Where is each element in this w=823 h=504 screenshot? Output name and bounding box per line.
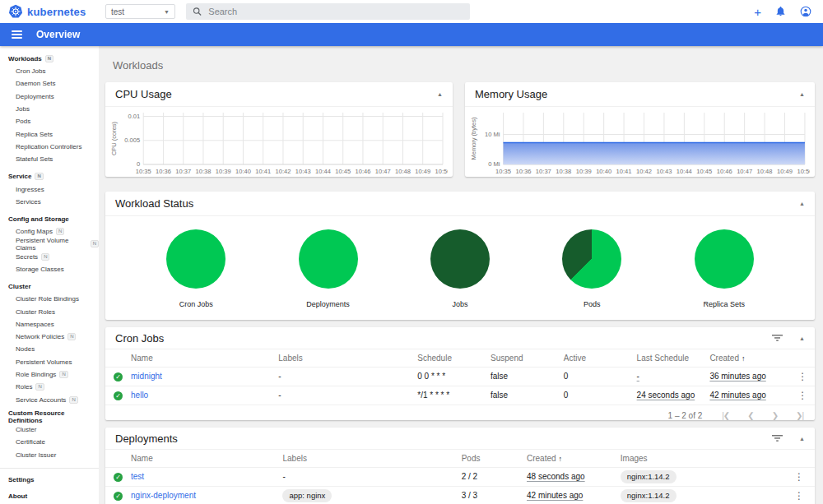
sidebar-item-deployments[interactable]: Deployments bbox=[0, 90, 99, 103]
namespace-selector[interactable]: test ▼ bbox=[105, 4, 175, 19]
kebab-menu-icon[interactable]: ⋮ bbox=[783, 490, 815, 502]
sidebar-item-ingresses[interactable]: Ingresses bbox=[0, 183, 99, 195]
cron-jobs-title: Cron Jobs bbox=[115, 332, 164, 344]
main-content: Workloads CPU Usage ▲ 10:3510:3610:3710:… bbox=[99, 46, 823, 504]
workload-pie-replica-sets: Replica Sets bbox=[675, 229, 774, 308]
column-header-images[interactable]: Images bbox=[621, 450, 783, 467]
sidebar-item-daemon-sets[interactable]: Daemon Sets bbox=[0, 77, 99, 90]
sidebar-item-cluster-issuer[interactable]: Cluster Issuer bbox=[0, 448, 99, 460]
resource-link[interactable]: nginx-deployment bbox=[131, 491, 196, 500]
sidebar-section-label: Cluster bbox=[8, 283, 31, 290]
collapse-icon[interactable]: ▲ bbox=[799, 201, 805, 206]
collapse-icon[interactable]: ▲ bbox=[799, 436, 805, 442]
sidebar-item-certificate[interactable]: Certificate bbox=[0, 436, 99, 448]
namespaced-badge: N bbox=[91, 240, 99, 247]
sidebar-section-workloads[interactable]: WorkloadsN bbox=[0, 53, 99, 65]
check-circle-icon: ✓ bbox=[114, 473, 123, 482]
sidebar-item-role-bindings[interactable]: Role BindingsN bbox=[0, 368, 99, 381]
column-header-pods[interactable]: Pods bbox=[462, 450, 527, 467]
sidebar-item-cluster-roles[interactable]: Cluster Roles bbox=[0, 305, 99, 317]
sidebar-item-label: Config Maps bbox=[16, 228, 53, 235]
pie-chart bbox=[695, 229, 754, 289]
sidebar-item-secrets[interactable]: SecretsN bbox=[0, 251, 99, 263]
sidebar-item-network-policies[interactable]: Network PoliciesN bbox=[0, 331, 99, 343]
previous-page-icon[interactable]: ❮ bbox=[747, 411, 753, 420]
user-account-icon[interactable] bbox=[800, 6, 811, 17]
column-header-labels[interactable]: Labels bbox=[282, 450, 461, 467]
sidebar-item-cluster[interactable]: Cluster bbox=[0, 423, 99, 436]
svg-text:10:40: 10:40 bbox=[235, 168, 251, 175]
search-bar[interactable] bbox=[186, 3, 470, 20]
workload-pie-cron-jobs: Cron Jobs bbox=[146, 229, 245, 308]
sidebar-item-cron-jobs[interactable]: Cron Jobs bbox=[0, 65, 99, 77]
label-chip: app: nginx bbox=[282, 489, 332, 502]
sidebar-item-label: Stateful Sets bbox=[16, 155, 53, 163]
svg-text:10:46: 10:46 bbox=[717, 168, 732, 175]
sidebar-item-replication-controllers[interactable]: Replication Controllers bbox=[0, 141, 99, 153]
svg-text:10:48: 10:48 bbox=[757, 168, 773, 175]
sidebar-section-custom-resource-definitions[interactable]: Custom Resource Definitions bbox=[0, 411, 99, 423]
kebab-menu-icon[interactable]: ⋮ bbox=[791, 390, 815, 401]
notifications-bell-icon[interactable] bbox=[775, 6, 786, 17]
sidebar-section-service[interactable]: ServiceN bbox=[0, 170, 99, 183]
column-header-schedule[interactable]: Schedule bbox=[417, 349, 491, 367]
next-page-icon[interactable]: ❯ bbox=[772, 411, 778, 420]
kebab-menu-icon[interactable]: ⋮ bbox=[791, 371, 815, 382]
sidebar-item-nodes[interactable]: Nodes bbox=[0, 343, 99, 355]
sidebar-item-stateful-sets[interactable]: Stateful Sets bbox=[0, 153, 99, 165]
menu-icon[interactable] bbox=[12, 30, 22, 39]
sidebar-item-service-accounts[interactable]: Service AccountsN bbox=[0, 394, 99, 406]
resource-link[interactable]: test bbox=[131, 472, 144, 481]
sidebar-item-persistent-volume-claims[interactable]: Persistent Volume ClaimsN bbox=[0, 238, 99, 250]
filter-icon[interactable] bbox=[772, 434, 783, 442]
namespaced-badge: N bbox=[69, 396, 77, 404]
sidebar-item-roles[interactable]: RolesN bbox=[0, 381, 99, 393]
column-header-label: Name bbox=[131, 354, 153, 363]
sidebar-item-settings[interactable]: Settings bbox=[0, 472, 99, 488]
svg-text:10:42: 10:42 bbox=[636, 168, 652, 175]
sidebar-item-replica-sets[interactable]: Replica Sets bbox=[0, 127, 99, 140]
cell-text: 0 0 * * * bbox=[417, 372, 445, 381]
sidebar-item-persistent-volumes[interactable]: Persistent Volumes bbox=[0, 356, 99, 368]
cell-text: 0 bbox=[564, 391, 569, 400]
svg-text:10:45: 10:45 bbox=[696, 168, 712, 175]
column-header-suspend[interactable]: Suspend bbox=[491, 349, 564, 367]
svg-text:10:50: 10:50 bbox=[797, 168, 810, 175]
sidebar-item-services[interactable]: Services bbox=[0, 196, 99, 208]
resource-link[interactable]: midnight bbox=[131, 372, 162, 381]
sidebar-item-jobs[interactable]: Jobs bbox=[0, 103, 99, 115]
kubernetes-logo[interactable]: kubernetes bbox=[0, 4, 97, 19]
sidebar-section-config-and-storage[interactable]: Config and Storage bbox=[0, 213, 99, 225]
collapse-icon[interactable]: ▲ bbox=[799, 91, 805, 97]
column-header-label: Created bbox=[709, 354, 739, 363]
collapse-icon[interactable]: ▲ bbox=[437, 91, 443, 97]
kebab-menu-icon[interactable]: ⋮ bbox=[783, 471, 815, 483]
create-resource-icon[interactable]: + bbox=[754, 6, 761, 18]
column-header-created[interactable]: Created↑ bbox=[527, 450, 621, 467]
svg-text:10:42: 10:42 bbox=[276, 168, 291, 175]
sidebar-item-cluster-role-bindings[interactable]: Cluster Role Bindings bbox=[0, 293, 99, 305]
column-header-name[interactable]: Name bbox=[131, 349, 278, 367]
namespaced-badge: N bbox=[56, 228, 64, 235]
column-header-last-schedule[interactable]: Last Schedule bbox=[637, 349, 710, 367]
last-page-icon[interactable]: ❯| bbox=[796, 411, 803, 420]
column-header-created[interactable]: Created↑ bbox=[709, 349, 790, 367]
collapse-icon[interactable]: ▲ bbox=[799, 335, 805, 341]
column-header-labels[interactable]: Labels bbox=[278, 349, 417, 367]
filter-icon[interactable] bbox=[772, 334, 783, 342]
search-input[interactable] bbox=[208, 7, 463, 16]
first-page-icon[interactable]: |❮ bbox=[722, 411, 729, 420]
sidebar-section-cluster[interactable]: Cluster bbox=[0, 280, 99, 293]
sidebar-item-label: Replication Controllers bbox=[16, 143, 81, 150]
search-icon bbox=[193, 7, 202, 16]
svg-text:Memory (bytes): Memory (bytes) bbox=[470, 117, 477, 160]
column-header-name[interactable]: Name bbox=[131, 450, 282, 467]
sidebar-item-about[interactable]: About bbox=[0, 488, 99, 504]
sidebar-item-pods[interactable]: Pods bbox=[0, 115, 99, 127]
resource-link[interactable]: hello bbox=[131, 391, 148, 400]
svg-text:10:35: 10:35 bbox=[495, 168, 511, 175]
sidebar-item-storage-classes[interactable]: Storage Classes bbox=[0, 263, 99, 275]
sidebar-item-namespaces[interactable]: Namespaces bbox=[0, 318, 99, 331]
sidebar-item-label: Network Policies bbox=[16, 333, 64, 340]
column-header-active[interactable]: Active bbox=[564, 349, 637, 367]
